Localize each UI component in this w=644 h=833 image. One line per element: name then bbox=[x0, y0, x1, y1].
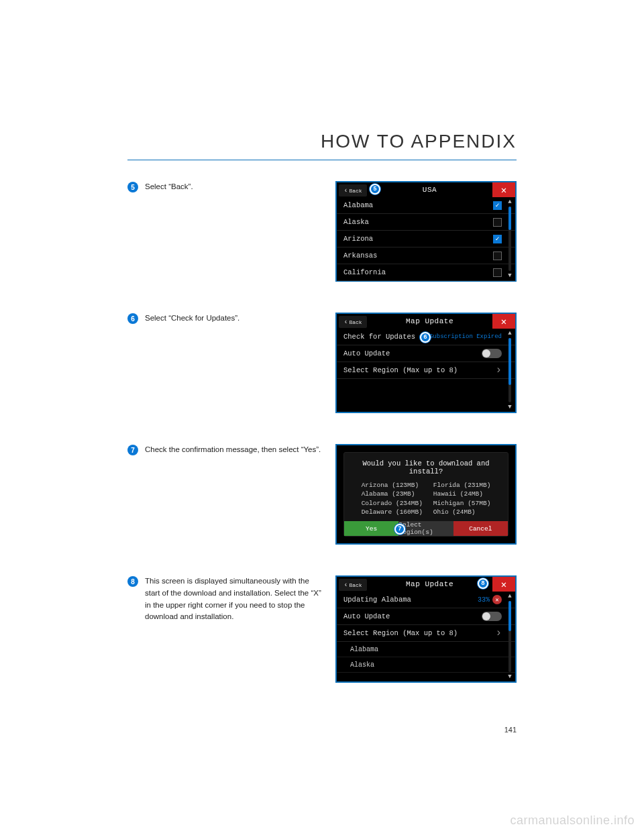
checkbox-icon[interactable]: ✓ bbox=[493, 235, 502, 243]
callout-marker-5: 5 bbox=[370, 184, 380, 195]
row-label: Check for Updates bbox=[343, 333, 415, 341]
stop-download-icon[interactable]: ✕ bbox=[492, 595, 502, 604]
screen-title: Map Update bbox=[367, 580, 492, 588]
callout-marker-6: 6 bbox=[420, 332, 431, 343]
download-item: Hawaii (24MB) bbox=[433, 490, 491, 498]
step-7: 7 Check the confirmation message, then s… bbox=[127, 444, 517, 545]
step-text: Select “Back”. bbox=[145, 181, 193, 193]
row-label: Select Region (Max up to 8) bbox=[343, 629, 458, 637]
region-subrow[interactable]: Alabama bbox=[337, 642, 515, 657]
cancel-button[interactable]: Cancel bbox=[453, 521, 508, 536]
row-label: Auto Update bbox=[343, 612, 390, 620]
row-label: Arkansas bbox=[343, 252, 377, 260]
download-item: Alabama (23MB) bbox=[362, 490, 423, 498]
select-region-row[interactable]: Select Region (Max up to 8) › bbox=[337, 362, 515, 379]
watermark: carmanualsonline.info bbox=[510, 814, 635, 828]
yes-button[interactable]: Yes bbox=[344, 521, 398, 536]
checkbox-icon[interactable] bbox=[493, 268, 502, 277]
toggle-switch[interactable] bbox=[482, 612, 502, 621]
subscription-status: Subscription Expired bbox=[429, 333, 502, 340]
list-item[interactable]: Arkansas bbox=[337, 247, 515, 264]
screen-map-update: Back Map Update ✕ Check for Updates Subs… bbox=[335, 313, 517, 413]
chevron-right-icon: › bbox=[495, 627, 502, 639]
step-num-badge: 8 bbox=[127, 576, 138, 587]
download-item: Michigan (57MB) bbox=[433, 499, 491, 508]
step-text: This screen is displayed simultaneously … bbox=[145, 575, 322, 623]
list-item[interactable]: Alabama✓ bbox=[337, 197, 515, 214]
list-item[interactable]: Alaska bbox=[337, 214, 515, 231]
download-item: Delaware (160MB) bbox=[362, 508, 423, 516]
step-num-badge: 5 bbox=[127, 182, 138, 192]
row-label: Auto Update bbox=[343, 349, 390, 357]
scroll-down-icon[interactable]: ▼ bbox=[508, 404, 511, 410]
back-button[interactable]: Back bbox=[339, 184, 367, 197]
row-label: Alabama bbox=[343, 201, 373, 209]
download-item: Arizona (123MB) bbox=[362, 481, 423, 490]
scroll-up-icon[interactable]: ▲ bbox=[508, 199, 511, 205]
step-text: Check the confirmation message, then sel… bbox=[145, 444, 321, 456]
scrollbar[interactable]: ▲ ▼ bbox=[506, 593, 514, 680]
close-icon[interactable]: ✕ bbox=[492, 314, 515, 329]
updating-row: Updating Alabama 33% ✕ bbox=[337, 592, 515, 608]
step-text: Select “Check for Updates”. bbox=[145, 313, 239, 325]
checkbox-icon[interactable]: ✓ bbox=[493, 201, 502, 210]
download-item: Florida (231MB) bbox=[433, 481, 491, 490]
scroll-down-icon[interactable]: ▼ bbox=[508, 673, 511, 680]
select-region-button[interactable]: Select Region(s) bbox=[398, 521, 453, 536]
download-item: Colorado (234MB) bbox=[362, 499, 423, 508]
screen-usa-list: Back USA ✕ 5 Alabama✓ Alaska Arizona✓ Ar… bbox=[335, 181, 517, 282]
scrollbar[interactable]: ▲ ▼ bbox=[506, 330, 514, 410]
screen-updating: Back Map Update ✕ 8 Updating Alabama 33%… bbox=[335, 575, 517, 683]
dialog-question: Would you like to download and install? bbox=[351, 459, 501, 476]
scroll-up-icon[interactable]: ▲ bbox=[508, 593, 511, 600]
download-item: Ohio (24MB) bbox=[433, 508, 491, 516]
updating-label: Updating Alabama bbox=[343, 596, 411, 604]
screen-confirm-dialog: Would you like to download and install? … bbox=[335, 444, 517, 545]
step-num-badge: 7 bbox=[127, 445, 138, 455]
scrollbar[interactable]: ▲ ▼ bbox=[506, 199, 514, 279]
page-title: HOW TO APPENDIX bbox=[321, 131, 517, 152]
toggle-switch[interactable] bbox=[482, 349, 502, 358]
screen-title: Map Update bbox=[367, 317, 492, 325]
row-label: Select Region (Max up to 8) bbox=[343, 366, 458, 374]
region-subrow[interactable]: Alaska bbox=[337, 657, 515, 673]
download-list: Arizona (123MB) Alabama (23MB) Colorado … bbox=[351, 481, 501, 521]
scroll-up-icon[interactable]: ▲ bbox=[508, 330, 511, 337]
page-number: 141 bbox=[504, 726, 517, 734]
step-5: 5 Select “Back”. Back USA ✕ 5 Alabama✓ A… bbox=[127, 181, 517, 282]
select-region-row[interactable]: Select Region (Max up to 8) › bbox=[337, 625, 515, 642]
close-icon[interactable]: ✕ bbox=[492, 577, 515, 592]
title-rule bbox=[127, 160, 517, 160]
row-label: Arizona bbox=[343, 235, 373, 243]
auto-update-row[interactable]: Auto Update bbox=[337, 345, 515, 362]
step-6: 6 Select “Check for Updates”. Back Map U… bbox=[127, 313, 517, 413]
progress-percent: 33% bbox=[478, 596, 490, 604]
checkbox-icon[interactable] bbox=[493, 218, 502, 227]
row-label: Alaska bbox=[343, 218, 369, 226]
close-icon[interactable]: ✕ bbox=[492, 182, 515, 197]
back-button[interactable]: Back bbox=[339, 579, 367, 591]
step-8: 8 This screen is displayed simultaneousl… bbox=[127, 575, 517, 683]
list-item[interactable]: Arizona✓ bbox=[337, 231, 515, 247]
row-label: California bbox=[343, 268, 386, 276]
scroll-down-icon[interactable]: ▼ bbox=[508, 272, 511, 279]
screen-title: USA bbox=[367, 186, 492, 194]
back-button[interactable]: Back bbox=[339, 316, 367, 328]
callout-marker-8: 8 bbox=[478, 578, 488, 589]
chevron-right-icon: › bbox=[495, 364, 502, 376]
step-num-badge: 6 bbox=[127, 313, 138, 324]
auto-update-row[interactable]: Auto Update bbox=[337, 608, 515, 625]
callout-marker-7: 7 bbox=[394, 524, 405, 535]
checkbox-icon[interactable] bbox=[493, 252, 502, 260]
list-item[interactable]: California bbox=[337, 264, 515, 281]
content-area: 5 Select “Back”. Back USA ✕ 5 Alabama✓ A… bbox=[127, 181, 517, 714]
